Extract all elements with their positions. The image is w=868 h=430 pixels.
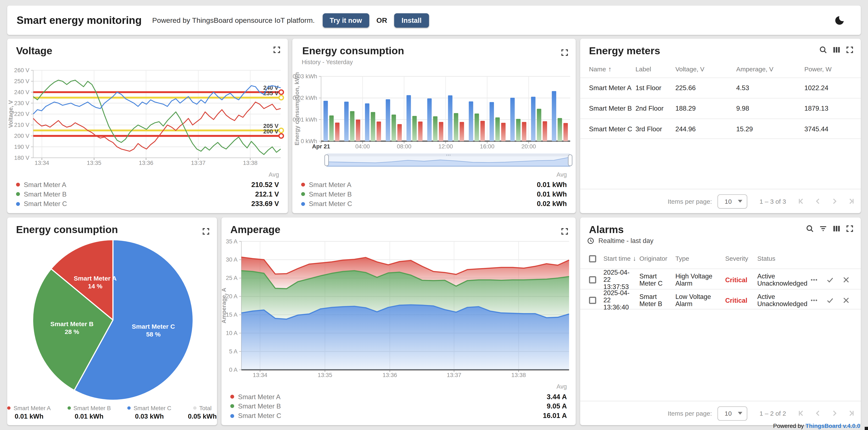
alarm-row[interactable]: 2025-04-22 13:36:40 Smart Meter B Low Vo… bbox=[580, 289, 861, 309]
acknowledge-icon[interactable] bbox=[826, 276, 834, 284]
more-actions-icon[interactable] bbox=[810, 296, 818, 304]
svg-text:13:38: 13:38 bbox=[243, 160, 257, 166]
svg-text:13:37: 13:37 bbox=[447, 372, 461, 378]
table-row[interactable]: Smart Meter B2nd Floor188.299.981879.13 bbox=[580, 98, 861, 118]
svg-text:20:00: 20:00 bbox=[521, 143, 536, 150]
svg-text:14 %: 14 % bbox=[88, 283, 102, 289]
legend-item[interactable]: Smart Meter B 9.05 A bbox=[230, 401, 567, 411]
energy-consumption-pie-chart[interactable]: Smart Meter C58 %Smart Meter B28 %Smart … bbox=[7, 218, 217, 425]
svg-text:230 V: 230 V bbox=[14, 100, 30, 106]
clock-icon bbox=[587, 237, 595, 245]
dark-mode-toggle[interactable] bbox=[834, 14, 846, 27]
series-color-dot bbox=[7, 406, 11, 410]
column-header-start-time[interactable]: Start time↓ bbox=[603, 254, 639, 263]
legend-item[interactable]: Smart Meter B 0.01 kWh bbox=[67, 405, 111, 420]
legend-item[interactable]: Smart Meter C 0.02 kWh bbox=[301, 199, 567, 209]
install-button[interactable]: Install bbox=[394, 13, 429, 27]
page-range-label: 1 – 2 of 2 bbox=[760, 410, 786, 417]
next-page-icon[interactable] bbox=[830, 409, 839, 417]
column-header-power[interactable]: Power, W bbox=[804, 66, 855, 72]
clear-icon[interactable] bbox=[842, 276, 850, 284]
fullscreen-icon[interactable] bbox=[845, 224, 854, 233]
table-body: Smart Meter A1st Floor225.664.531022.24 … bbox=[580, 78, 861, 139]
severity-badge: Critical bbox=[725, 276, 757, 284]
table-pagination: Items per page: 10 1 – 3 of 3 bbox=[580, 189, 861, 213]
filter-icon[interactable] bbox=[819, 224, 828, 233]
svg-text:15 A: 15 A bbox=[226, 311, 238, 318]
svg-text:180 V: 180 V bbox=[14, 155, 30, 161]
clear-icon[interactable] bbox=[842, 296, 850, 304]
row-checkbox[interactable] bbox=[589, 297, 596, 304]
timewindow-button[interactable]: Realtime - last day bbox=[587, 237, 654, 245]
legend-item[interactable]: Smart Meter B 0.01 kWh bbox=[301, 189, 567, 199]
svg-text:12:00: 12:00 bbox=[438, 143, 453, 150]
acknowledge-icon[interactable] bbox=[826, 296, 834, 304]
legend-item[interactable]: Smart Meter C 16.01 A bbox=[230, 411, 567, 421]
thingsboard-version-link[interactable]: ThingsBoard v.4.0.0 bbox=[806, 422, 860, 429]
next-page-icon[interactable] bbox=[830, 197, 839, 205]
column-header-type[interactable]: Type bbox=[675, 255, 725, 262]
voltage-legend: Avg Smart Meter A 210.52 V Smart Meter B… bbox=[16, 171, 279, 209]
svg-text:13:36: 13:36 bbox=[139, 160, 153, 166]
search-icon[interactable] bbox=[806, 224, 814, 233]
table-row[interactable]: Smart Meter A1st Floor225.664.531022.24 bbox=[580, 78, 861, 98]
page-size-select[interactable]: 10 bbox=[717, 406, 747, 421]
column-header-originator[interactable]: Originator bbox=[640, 255, 675, 262]
select-all-checkbox[interactable] bbox=[589, 255, 596, 262]
column-header-status[interactable]: Status bbox=[757, 255, 810, 262]
column-header-name[interactable]: Name↑ bbox=[589, 65, 636, 73]
svg-text:Smart Meter B: Smart Meter B bbox=[51, 320, 94, 328]
amperage-widget: Amperage 35 A30 A25 A20 A15 A10 A5 A0 A1… bbox=[221, 218, 576, 425]
first-page-icon[interactable] bbox=[797, 409, 805, 417]
legend-item[interactable]: Smart Meter A 0.01 kWh bbox=[301, 180, 567, 190]
svg-text:13:36: 13:36 bbox=[382, 372, 397, 378]
series-color-dot bbox=[127, 406, 131, 410]
last-page-icon[interactable] bbox=[847, 197, 855, 205]
or-label: OR bbox=[376, 16, 387, 24]
alarms-header-row: Start time↓ Originator Type Severity Sta… bbox=[580, 250, 861, 268]
energy-bars-legend: Avg Smart Meter A 0.01 kWh Smart Meter B… bbox=[301, 171, 567, 209]
legend-item[interactable]: Smart Meter A 0.01 kWh bbox=[7, 405, 51, 420]
dashboard-title: Smart energy monitoring bbox=[17, 14, 142, 26]
legend-avg-header: Avg bbox=[301, 171, 567, 180]
columns-icon[interactable] bbox=[832, 45, 841, 54]
svg-text:16:00: 16:00 bbox=[480, 143, 494, 150]
svg-text:190 V: 190 V bbox=[14, 144, 30, 150]
series-color-dot bbox=[16, 202, 20, 206]
legend-item[interactable]: Smart Meter A 3.44 A bbox=[230, 392, 567, 401]
legend-item[interactable]: Smart Meter B 212.1 V bbox=[16, 189, 279, 199]
alarm-row[interactable]: 2025-04-22 13:37:53 Smart Meter C High V… bbox=[580, 269, 861, 289]
column-header-voltage[interactable]: Voltage, V bbox=[675, 66, 736, 72]
svg-text:35 A: 35 A bbox=[226, 238, 238, 245]
svg-text:250 V: 250 V bbox=[14, 78, 30, 85]
alarms-widget: Alarms Realtime - last day Start time↓ O… bbox=[580, 218, 861, 425]
legend-item[interactable]: Smart Meter C 233.69 V bbox=[16, 199, 279, 209]
table-row[interactable]: Smart Meter C3rd Floor244.9615.293745.44 bbox=[580, 118, 861, 139]
svg-text:20 A: 20 A bbox=[226, 293, 238, 300]
previous-page-icon[interactable] bbox=[814, 197, 822, 205]
items-per-page-label: Items per page: bbox=[668, 410, 712, 417]
first-page-icon[interactable] bbox=[797, 197, 805, 205]
legend-item[interactable]: Smart Meter C 0.03 kWh bbox=[127, 405, 172, 420]
row-checkbox[interactable] bbox=[589, 276, 596, 283]
legend-item-total[interactable]: Total 0.05 kWh bbox=[188, 405, 217, 420]
alarms-pagination: Items per page: 10 1 – 2 of 2 bbox=[580, 401, 861, 425]
legend-item[interactable]: Smart Meter A 210.52 V bbox=[16, 180, 279, 190]
sort-asc-icon: ↑ bbox=[608, 65, 612, 73]
svg-text:30 A: 30 A bbox=[226, 256, 238, 263]
column-header-amperage[interactable]: Amperage, V bbox=[736, 66, 804, 72]
columns-icon[interactable] bbox=[832, 224, 841, 233]
column-header-severity[interactable]: Severity bbox=[725, 255, 757, 262]
try-it-now-button[interactable]: Try it now bbox=[322, 13, 369, 27]
previous-page-icon[interactable] bbox=[814, 409, 822, 417]
fullscreen-icon[interactable] bbox=[845, 45, 854, 54]
svg-text:Apr 21: Apr 21 bbox=[312, 143, 330, 150]
page-size-select[interactable]: 10 bbox=[717, 194, 747, 208]
svg-text:13:38: 13:38 bbox=[511, 372, 526, 378]
more-actions-icon[interactable] bbox=[810, 276, 818, 284]
energy-meters-widget: Energy meters Name↑ Label Voltage, V Amp… bbox=[580, 39, 861, 213]
search-icon[interactable] bbox=[819, 45, 828, 54]
column-header-label[interactable]: Label bbox=[636, 66, 676, 72]
svg-text:200 V: 200 V bbox=[14, 132, 30, 139]
last-page-icon[interactable] bbox=[847, 409, 855, 417]
